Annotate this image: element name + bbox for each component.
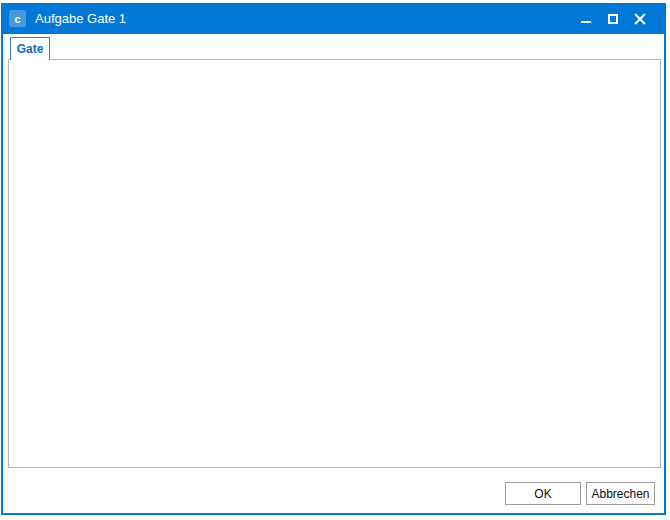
- app-icon-glyph: c: [14, 13, 20, 25]
- minimize-icon: [581, 21, 591, 23]
- app-icon: c: [9, 10, 26, 27]
- cancel-button[interactable]: Abbrechen: [586, 482, 655, 505]
- titlebar[interactable]: c Aufgabe Gate 1: [1, 3, 666, 34]
- window-title: Aufgabe Gate 1: [35, 11, 126, 26]
- minimize-button[interactable]: [575, 8, 596, 29]
- maximize-icon: [608, 14, 618, 24]
- window-controls: [575, 3, 650, 34]
- close-icon: [634, 13, 646, 25]
- tab-gate-label: Gate: [17, 42, 44, 56]
- maximize-button[interactable]: [602, 8, 623, 29]
- close-button[interactable]: [629, 8, 650, 29]
- dialog-window: c Aufgabe Gate 1 Gate Details Name Datum…: [0, 0, 670, 520]
- ok-button[interactable]: OK: [505, 482, 581, 505]
- tab-page: [8, 59, 661, 468]
- tab-gate[interactable]: Gate: [10, 37, 50, 60]
